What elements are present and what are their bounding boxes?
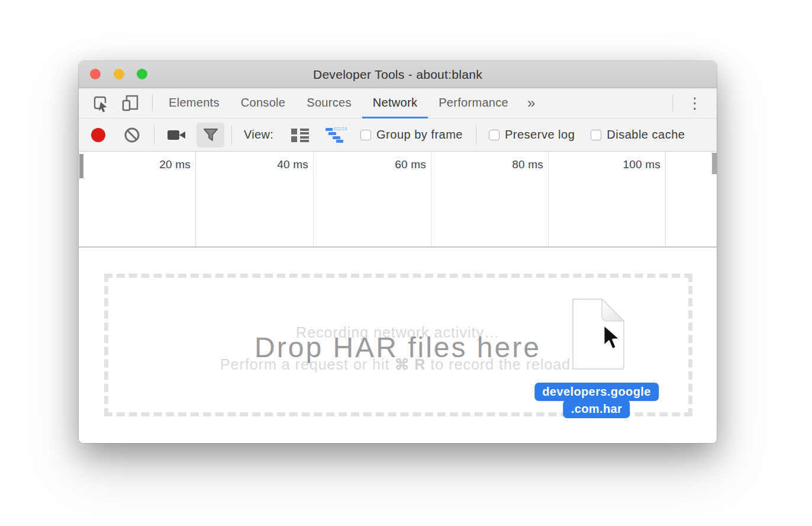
inspect-element-button[interactable] (91, 94, 109, 113)
toggle-device-toolbar-button[interactable] (120, 93, 140, 113)
tab-network[interactable]: Network (362, 88, 428, 118)
window-title: Developer Tools - about:blank (79, 61, 717, 88)
menu-kebab-icon[interactable]: ⋮ (685, 94, 705, 113)
record-button[interactable] (91, 128, 105, 142)
camera-icon (167, 128, 186, 142)
gridline-20ms (195, 152, 196, 246)
gridline-80ms (548, 152, 549, 246)
hint-shortcut: ⌘ R (394, 356, 426, 373)
tab-console[interactable]: Console (230, 88, 296, 118)
group-by-frame-option: Group by frame (360, 128, 463, 142)
dragged-file-name: developers.google .com.har (534, 383, 659, 418)
hint-suffix: to record the reload. (426, 356, 575, 373)
preserve-log-label: Preserve log (505, 128, 575, 142)
ruler-tick-label: 40 ms (277, 158, 308, 171)
clear-button[interactable] (124, 127, 140, 143)
dragged-file-name-line1: developers.google (534, 383, 659, 401)
clear-icon (124, 127, 140, 143)
devtools-tab-bar: Elements Console Sources Network Perform… (79, 88, 717, 118)
tab-performance[interactable]: Performance (428, 88, 519, 118)
waterfall-timeline: 20 ms 40 ms 60 ms 80 ms 100 ms (79, 152, 717, 248)
more-tabs-icon[interactable]: » (523, 95, 540, 111)
toolbar-divider (154, 126, 154, 145)
list-view-icon[interactable] (291, 127, 309, 143)
gridline-100ms (665, 152, 666, 246)
ruler-tick-label: 100 ms (623, 158, 660, 171)
screenshot-stage: Developer Tools - about:blank Elements C… (0, 0, 812, 526)
ruler-tick-label: 20 ms (159, 158, 191, 171)
tab-elements[interactable]: Elements (158, 88, 230, 118)
network-toolbar: View: Group by frame (79, 118, 717, 152)
tabbar-divider (672, 95, 673, 111)
disable-cache-option: Disable cache (591, 128, 685, 142)
dragged-file-name-line2: .com.har (563, 400, 630, 418)
group-by-frame-label: Group by frame (376, 128, 463, 142)
left-scrollbar-thumb[interactable] (79, 154, 83, 178)
toolbar-divider (231, 126, 232, 145)
gridline-60ms (431, 152, 431, 246)
inspect-icon (91, 94, 109, 113)
disable-cache-label: Disable cache (607, 128, 685, 142)
tab-sources[interactable]: Sources (296, 88, 362, 118)
preserve-log-checkbox[interactable] (489, 130, 500, 140)
device-toolbar-icon (120, 93, 140, 113)
filter-icon (203, 127, 218, 143)
preserve-log-option: Preserve log (489, 128, 575, 142)
window-titlebar[interactable]: Developer Tools - about:blank (79, 61, 717, 88)
waterfall-view-icon[interactable] (326, 127, 347, 143)
right-scrollbar-thumb[interactable] (712, 153, 717, 174)
gridline-40ms (313, 152, 314, 246)
ruler-tick-label: 80 ms (512, 158, 543, 171)
tabbar-divider (152, 95, 153, 111)
devtools-window: Developer Tools - about:blank Elements C… (79, 61, 717, 443)
filter-button[interactable] (196, 123, 224, 147)
toolbar-divider (476, 126, 476, 145)
capture-screenshots-button[interactable] (167, 128, 186, 142)
hint-prefix: Perform a request or hit (220, 356, 395, 373)
group-by-frame-checkbox[interactable] (360, 130, 371, 140)
disable-cache-checkbox[interactable] (591, 130, 601, 140)
cursor-icon (602, 324, 622, 351)
ruler-tick-label: 60 ms (395, 158, 426, 171)
view-label: View: (244, 128, 273, 142)
